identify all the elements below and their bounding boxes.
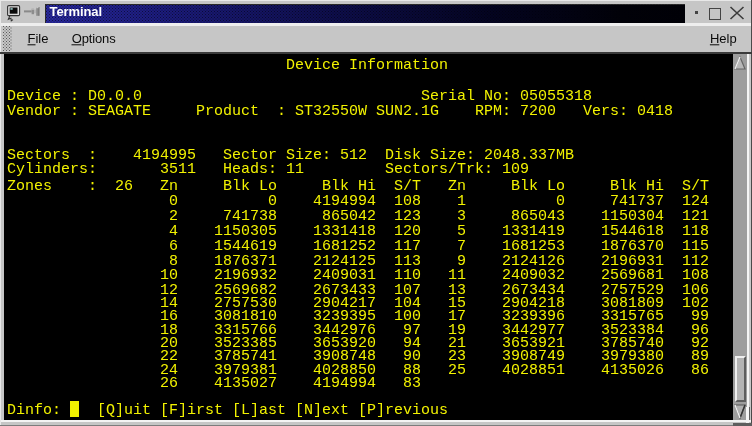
svg-text:Dinfo: [Q]uit [F]irst [L]as: Dinfo: [Q]uit [F]irst [L]ast [N]ext [P]r… bbox=[7, 402, 448, 419]
svg-text:6 1544619 1681252 117: 6 1544619 1681252 117 7 1681253 1876370 … bbox=[7, 238, 709, 255]
svg-text:Cylinders: 3511 Heads:: Cylinders: 3511 Heads: 11 Sectors/Trk: 1… bbox=[7, 161, 529, 178]
svg-text:Options: Options bbox=[72, 31, 116, 46]
svg-text:Terminal: Terminal bbox=[50, 4, 102, 19]
svg-text:File: File bbox=[28, 31, 49, 46]
svg-text:Help: Help bbox=[710, 31, 737, 46]
svg-text:Vendor : SEAGATE Product: Vendor : SEAGATE Product : ST32550W SUN2… bbox=[7, 103, 673, 120]
svg-text:26 4135027 4194994 83: 26 4135027 4194994 83 bbox=[7, 375, 421, 392]
svg-text:Device Information: Device Information bbox=[7, 57, 448, 74]
